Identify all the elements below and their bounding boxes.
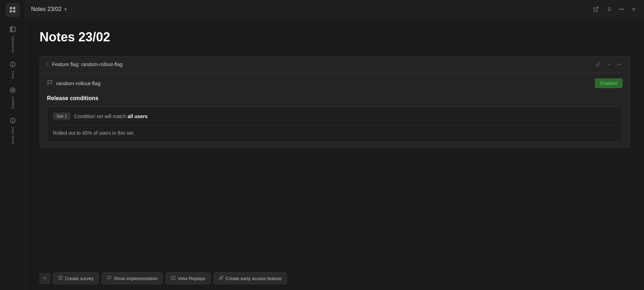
notebooks-icon xyxy=(10,26,16,34)
show-implementation-label: Show implementation xyxy=(114,276,157,281)
create-early-access-button[interactable]: Create early access feature xyxy=(214,272,287,284)
svg-rect-32 xyxy=(59,276,62,280)
support-icon xyxy=(10,87,16,95)
topbar-actions xyxy=(591,4,638,14)
card-more-options-button[interactable] xyxy=(615,60,624,68)
show-implementation-button[interactable]: Show implementation xyxy=(102,272,163,284)
drag-handle-icon[interactable]: ⠿ xyxy=(46,62,49,67)
sidebar-nav: Notebooks Docs Support xyxy=(0,23,25,287)
card-body: random-rollout-flag Enabled Release cond… xyxy=(40,73,630,147)
enabled-badge: Enabled xyxy=(595,79,622,88)
card-header: ⠿ Feature flag: random-rollout-flag xyxy=(40,56,630,73)
list-view-button[interactable] xyxy=(604,4,614,14)
info-icon xyxy=(10,61,16,69)
topbar: Notes 23/02 ▾ xyxy=(25,0,644,18)
set-badge: Set 1 xyxy=(53,112,71,120)
create-survey-button[interactable]: Create survey xyxy=(53,272,99,284)
svg-rect-0 xyxy=(10,7,12,9)
sidebar-logo[interactable] xyxy=(6,3,20,17)
svg-point-28 xyxy=(618,64,618,65)
flag-name-text: random-rollout-flag xyxy=(56,80,101,86)
condition-text: Condition set will match all users xyxy=(74,114,148,119)
sidebar-item-label-docs: Docs xyxy=(11,71,14,79)
svg-point-24 xyxy=(621,9,622,10)
create-early-access-label: Create early access feature xyxy=(226,276,282,281)
chevron-down-icon[interactable]: ▾ xyxy=(64,6,67,12)
survey-icon xyxy=(58,276,63,281)
page-title: Notes 23/02 xyxy=(40,30,630,45)
flag-row: random-rollout-flag Enabled xyxy=(47,79,622,88)
sidebar-item-label-quickstart: Quick start xyxy=(11,127,14,144)
implementation-flag-icon xyxy=(107,276,112,281)
svg-marker-37 xyxy=(173,277,174,278)
card-header-title: Feature flag: random-rollout-flag xyxy=(52,62,591,67)
flag-icon xyxy=(47,80,53,87)
link-icon-button[interactable] xyxy=(594,60,603,68)
svg-point-29 xyxy=(619,64,620,65)
sidebar-item-label-notebooks: Notebooks xyxy=(11,36,14,53)
svg-rect-3 xyxy=(13,10,15,12)
main-wrapper: Notes 23/02 ▾ xyxy=(25,0,644,290)
svg-point-12 xyxy=(10,88,15,93)
svg-rect-2 xyxy=(13,7,15,9)
condition-row: Set 1 Condition set will match all users xyxy=(53,112,616,125)
action-bar: + Create survey Show implementation xyxy=(25,267,644,290)
sidebar-item-label-support: Support xyxy=(11,97,14,109)
sidebar-item-quickstart[interactable]: 1 Quick start xyxy=(0,114,25,148)
svg-point-25 xyxy=(623,9,624,10)
quickstart-icon: 1 xyxy=(10,117,16,126)
plus-icon: + xyxy=(43,275,46,282)
more-options-button[interactable] xyxy=(616,4,626,14)
svg-point-23 xyxy=(619,9,620,10)
condition-card: Set 1 Condition set will match all users… xyxy=(47,106,622,142)
sidebar-item-support[interactable]: Support xyxy=(0,83,25,112)
rollout-text: Rolled out to 45% of users in this set. xyxy=(53,130,616,136)
svg-point-13 xyxy=(12,89,13,91)
release-conditions-title: Release conditions xyxy=(47,95,622,102)
svg-text:1: 1 xyxy=(12,120,13,123)
view-replays-label: View Replays xyxy=(178,276,205,281)
flag-name: random-rollout-flag xyxy=(47,80,101,87)
replay-icon xyxy=(171,276,175,281)
main-content: Notes 23/02 ⠿ Feature flag: random-rollo… xyxy=(25,18,644,267)
feature-flag-card: ⠿ Feature flag: random-rollout-flag xyxy=(40,56,630,148)
svg-line-16 xyxy=(596,7,598,10)
collapse-button[interactable] xyxy=(604,60,613,68)
sidebar: Notebooks Docs Support xyxy=(0,0,25,290)
topbar-title: Notes 23/02 xyxy=(31,6,61,12)
close-button[interactable] xyxy=(629,5,638,14)
sidebar-item-docs[interactable]: Docs xyxy=(0,58,25,82)
external-link-button[interactable] xyxy=(591,4,601,14)
svg-rect-1 xyxy=(10,10,12,12)
card-header-actions xyxy=(594,60,624,68)
svg-point-30 xyxy=(620,64,621,65)
sidebar-item-notebooks[interactable]: Notebooks xyxy=(0,23,25,56)
view-replays-button[interactable]: View Replays xyxy=(166,272,211,284)
rocket-icon xyxy=(219,276,223,281)
add-block-button[interactable]: + xyxy=(40,273,50,284)
create-survey-label: Create survey xyxy=(65,276,94,281)
